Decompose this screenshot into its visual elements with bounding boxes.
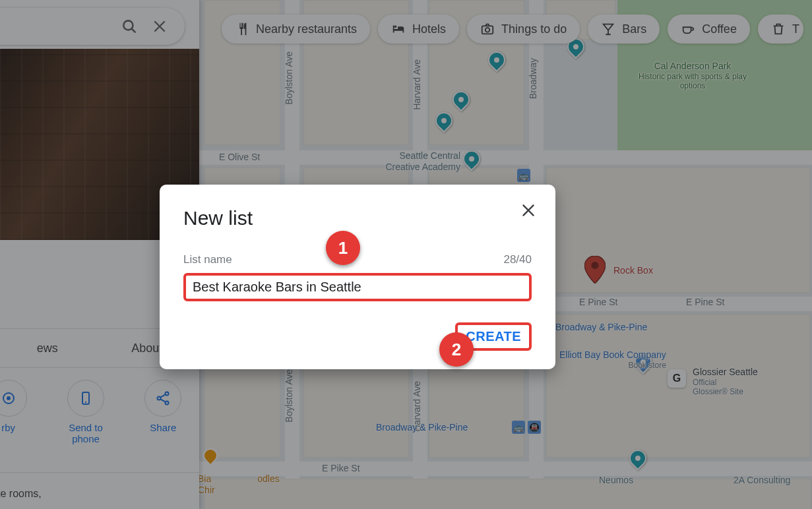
close-icon — [520, 202, 537, 219]
char-counter: 28/40 — [503, 253, 532, 266]
list-name-input-highlight — [183, 273, 532, 301]
annotation-badge-1: 1 — [326, 231, 360, 265]
annotation-badge-2: 2 — [439, 332, 474, 367]
dialog-close-button[interactable] — [520, 202, 537, 222]
dialog-title: New list — [183, 207, 532, 229]
field-label: List name — [183, 253, 232, 266]
list-name-input[interactable] — [193, 280, 522, 295]
dialog-footer: CREATE — [183, 322, 532, 351]
new-list-dialog: New list List name 28/40 CREATE 1 2 — [160, 185, 555, 369]
